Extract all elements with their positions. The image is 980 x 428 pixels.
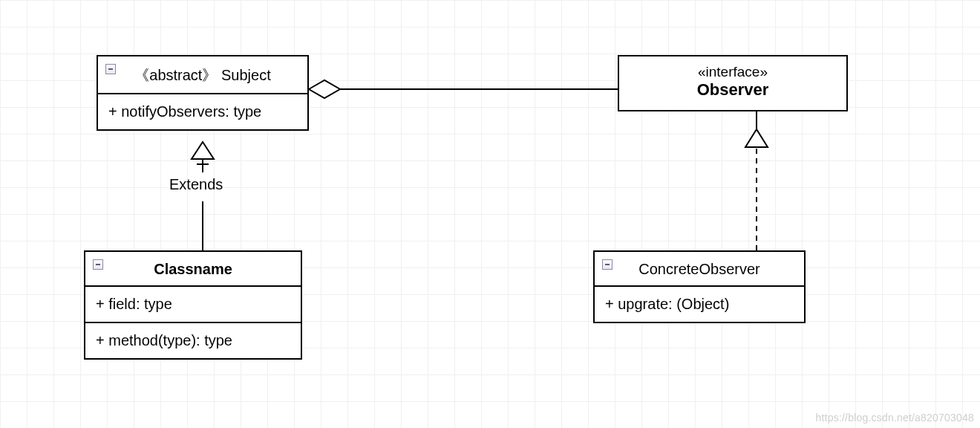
stereotype-label: 《abstract》 xyxy=(134,67,217,83)
collapse-icon[interactable] xyxy=(93,259,103,270)
uml-field: + field: type xyxy=(85,287,301,323)
svg-marker-7 xyxy=(745,129,768,147)
uml-interface-observer: «interface» Observer xyxy=(618,55,848,111)
class-name: Subject xyxy=(221,67,271,83)
stereotype-label: «interface» xyxy=(630,64,836,80)
uml-member: + upgrate: (Object) xyxy=(595,287,804,322)
extends-label: Extends xyxy=(169,176,223,193)
class-name: Classname xyxy=(154,261,232,277)
watermark: https://blog.csdn.net/a820703048 xyxy=(816,412,974,424)
class-name: ConcreteObserver xyxy=(638,261,760,277)
svg-marker-4 xyxy=(192,142,214,159)
uml-title-subject: 《abstract》 Subject xyxy=(98,56,307,94)
aggregation-subject-observer xyxy=(309,80,618,98)
realization-concreteobserver-observer xyxy=(745,111,768,250)
uml-title-classname: Classname xyxy=(85,252,301,287)
collapse-icon[interactable] xyxy=(602,259,612,270)
uml-title-observer: «interface» Observer xyxy=(619,56,846,110)
uml-method: + method(type): type xyxy=(85,323,301,358)
uml-class-classname: Classname + field: type + method(type): … xyxy=(84,250,302,360)
collapse-icon[interactable] xyxy=(105,64,116,74)
generalization-classname-subject xyxy=(192,142,214,250)
interface-name: Observer xyxy=(630,80,836,100)
uml-class-subject: 《abstract》 Subject + notifyObservers: ty… xyxy=(97,55,309,131)
uml-title-concreteobserver: ConcreteObserver xyxy=(595,252,804,287)
uml-class-concreteobserver: ConcreteObserver + upgrate: (Object) xyxy=(593,250,806,323)
uml-member: + notifyObservers: type xyxy=(98,94,307,129)
svg-marker-0 xyxy=(309,80,340,98)
